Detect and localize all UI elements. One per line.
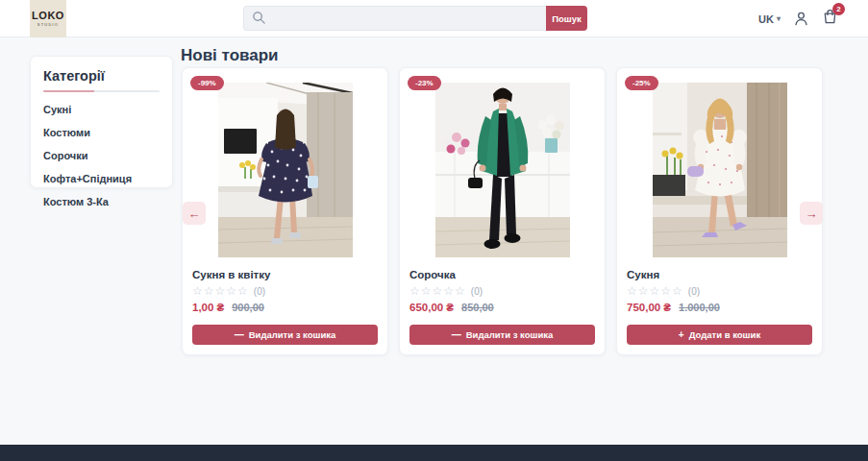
rating: ☆☆☆☆☆ (0)	[192, 285, 378, 297]
star-icon: ☆	[627, 285, 637, 297]
arrow-right-icon: →	[806, 206, 818, 221]
button-label: Додати в кошик	[689, 329, 760, 340]
button-label: Видалити з кошика	[249, 329, 336, 340]
current-price: 750,00 ₴	[627, 302, 671, 313]
remove-from-cart-button[interactable]: — Видалити з кошика	[192, 325, 378, 345]
star-icon: ☆	[421, 285, 432, 297]
remove-from-cart-button[interactable]: — Видалити з кошика	[409, 325, 595, 345]
categories-sidebar: Категорії Сукні Костюми Сорочки Кофта+Сп…	[30, 56, 173, 188]
language-label: UK	[758, 13, 774, 25]
product-card[interactable]: -99%	[182, 67, 388, 355]
product-title[interactable]: Сукня в квітку	[192, 269, 378, 280]
discount-badge: -99%	[190, 76, 224, 90]
product-card[interactable]: -25%	[616, 67, 823, 355]
star-icon: ☆	[192, 285, 203, 297]
price-row: 1,00 ₴ 900,00	[192, 302, 378, 313]
star-icon: ☆	[660, 285, 671, 297]
sidebar-item-shirts[interactable]: Сорочки	[43, 150, 160, 161]
star-icon: ☆	[226, 285, 236, 297]
rating-count: (0)	[688, 286, 700, 297]
plus-icon: +	[679, 330, 684, 340]
footer-bar	[0, 445, 868, 461]
product-image	[653, 83, 787, 257]
rating: ☆☆☆☆☆ (0)	[627, 285, 812, 297]
minus-icon: —	[452, 330, 461, 340]
product-carousel: -99%	[182, 67, 823, 355]
star-icon: ☆	[237, 285, 248, 297]
product-info: Сорочка ☆☆☆☆☆ (0) 650,00 ₴ 850,00	[400, 269, 605, 313]
cart-button[interactable]: 2	[822, 9, 838, 29]
old-price: 850,00	[461, 302, 494, 313]
button-label: Видалити з кошика	[466, 329, 554, 340]
language-selector[interactable]: UK ▾	[758, 13, 781, 25]
product-image	[218, 83, 353, 257]
star-icon: ☆	[443, 285, 454, 297]
carousel-next-button[interactable]: →	[800, 202, 823, 225]
page: LOKO STUDIO Пошук UK ▾	[0, 0, 868, 461]
logo-title: LOKO	[32, 11, 64, 21]
rating-count: (0)	[254, 286, 265, 297]
price-row: 650,00 ₴ 850,00	[409, 302, 595, 313]
product-info: Сукня в квітку ☆☆☆☆☆ (0) 1,00 ₴ 900,00	[183, 269, 387, 313]
sidebar-item-suits[interactable]: Костюми	[43, 127, 160, 138]
arrow-left-icon: ←	[188, 206, 201, 221]
star-icon: ☆	[455, 285, 465, 297]
search-bar: Пошук	[243, 6, 587, 31]
logo-subtitle: STUDIO	[37, 22, 59, 27]
star-icon: ☆	[215, 285, 226, 297]
star-icon: ☆	[409, 285, 420, 297]
account-icon[interactable]	[793, 11, 809, 27]
star-icon: ☆	[204, 285, 214, 297]
cart-count-badge: 2	[832, 3, 845, 15]
sidebar-item-dresses[interactable]: Сукні	[43, 104, 160, 115]
sidebar-item-suit-3[interactable]: Костюм 3-Ка	[43, 196, 160, 207]
sidebar-title: Категорії	[43, 68, 160, 84]
add-to-cart-button[interactable]: + Додати в кошик	[627, 325, 812, 345]
product-image	[435, 83, 570, 257]
star-icon: ☆	[650, 285, 660, 297]
carousel-prev-button[interactable]: ←	[183, 202, 206, 225]
logo[interactable]: LOKO STUDIO	[30, 0, 66, 37]
star-icon: ☆	[638, 285, 649, 297]
sidebar-divider	[43, 90, 160, 92]
search-box	[243, 6, 546, 31]
minus-icon: —	[235, 330, 244, 340]
header: LOKO STUDIO Пошук UK ▾	[0, 0, 868, 37]
star-icon: ☆	[672, 285, 682, 297]
old-price: 1.000,00	[679, 302, 720, 313]
page-title: Нові товари	[181, 46, 279, 65]
old-price: 900,00	[232, 302, 264, 313]
search-input[interactable]	[243, 6, 546, 31]
search-icon	[252, 11, 266, 25]
discount-badge: -25%	[625, 76, 658, 90]
product-card[interactable]: -23%	[399, 67, 606, 355]
price-row: 750,00 ₴ 1.000,00	[627, 302, 812, 313]
search-button[interactable]: Пошук	[546, 6, 587, 31]
discount-badge: -23%	[408, 76, 441, 90]
header-right: UK ▾ 2	[758, 0, 838, 37]
rating: ☆☆☆☆☆ (0)	[409, 285, 595, 297]
current-price: 1,00 ₴	[192, 302, 224, 313]
product-info: Сукня ☆☆☆☆☆ (0) 750,00 ₴ 1.000,00	[617, 269, 822, 313]
rating-count: (0)	[471, 286, 483, 297]
product-title[interactable]: Сукня	[627, 269, 812, 280]
current-price: 650,00 ₴	[409, 302, 454, 313]
sidebar-item-sweater-skirt[interactable]: Кофта+Спідниця	[43, 173, 160, 184]
chevron-down-icon: ▾	[777, 14, 781, 23]
star-icon: ☆	[433, 285, 443, 297]
product-title[interactable]: Сорочка	[409, 269, 595, 280]
